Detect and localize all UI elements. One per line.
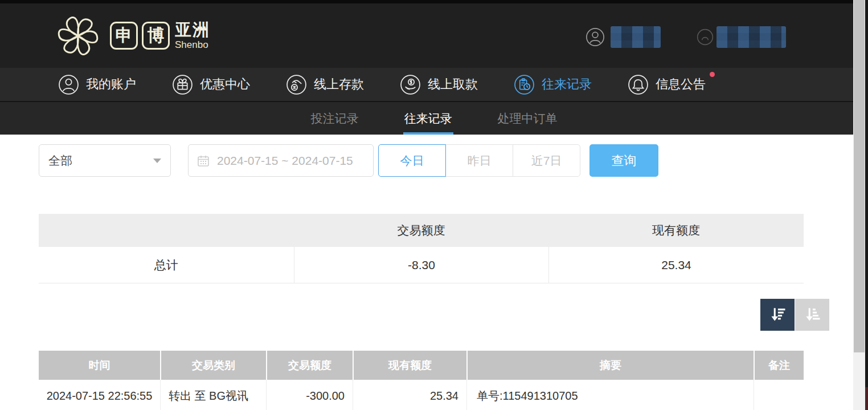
user-area	[586, 26, 786, 48]
nav-item-online-withdrawal[interactable]: 线上取款	[400, 74, 478, 95]
cell-current-balance: 25.34	[353, 380, 466, 410]
main-nav: 我的账户 优惠中心 线上存款	[0, 68, 868, 101]
nav-label: 我的账户	[86, 76, 136, 93]
nav-label: 信息公告	[656, 76, 706, 93]
summary-header-blank	[39, 214, 294, 247]
wallet-icon[interactable]	[696, 28, 714, 46]
tab-betting-records[interactable]: 投注记录	[308, 102, 362, 135]
nav-label: 线上取款	[428, 76, 478, 93]
table-row: 2024-07-15 22:56:55 转出 至 BG视讯 -300.00 25…	[39, 380, 804, 410]
header-time: 时间	[39, 351, 160, 380]
withdraw-coin-hand-icon	[400, 74, 421, 95]
range-button-last7days[interactable]: 近7日	[513, 144, 580, 177]
content: 全部 2024-07-15 ~ 2024-07-15 今日 昨日 近7日 查询	[0, 135, 868, 410]
redacted-username	[611, 26, 661, 48]
site-logo[interactable]: 申 博 亚洲 Shenbo	[54, 12, 210, 60]
header-transaction-amount: 交易额度	[266, 351, 353, 380]
summary-transaction-amount: -8.30	[294, 247, 549, 283]
chevron-down-icon	[153, 159, 161, 163]
sort-descending-button[interactable]	[760, 299, 795, 331]
nav-item-promotions[interactable]: 优惠中心	[172, 74, 250, 95]
scrollbar-thumb[interactable]	[854, 0, 865, 352]
nav-item-transaction-records[interactable]: 往来记录	[514, 74, 592, 95]
nav-label: 优惠中心	[200, 76, 250, 93]
summary-table-header: 交易额度 现有额度	[39, 214, 804, 247]
range-button-yesterday[interactable]: 昨日	[445, 144, 513, 177]
vertical-scrollbar[interactable]	[853, 0, 865, 410]
filter-row: 全部 2024-07-15 ~ 2024-07-15 今日 昨日 近7日 查询	[39, 144, 868, 177]
header-note: 备注	[754, 351, 804, 380]
flower-pinwheel-icon	[54, 12, 102, 60]
type-select-value: 全部	[48, 153, 72, 169]
notification-dot	[710, 72, 715, 77]
logo-region-text: 亚洲	[175, 22, 210, 38]
nav-label: 线上存款	[314, 76, 364, 93]
window-edge-strip	[865, 0, 868, 410]
header-transaction-type: 交易类别	[160, 351, 266, 380]
sub-nav: 投注记录 往来记录 处理中订单	[0, 101, 868, 135]
cell-transaction-amount: -300.00	[266, 380, 353, 410]
date-range-value: 2024-07-15 ~ 2024-07-15	[217, 154, 353, 168]
summary-total-label: 总计	[39, 247, 294, 283]
quick-range-group: 今日 昨日 近7日	[378, 144, 580, 177]
window-edge-accent	[865, 387, 868, 410]
nav-label: 往来记录	[542, 76, 592, 93]
logo-char-bo: 博	[142, 22, 170, 50]
type-select[interactable]: 全部	[39, 144, 171, 177]
sort-ascending-icon	[802, 305, 822, 325]
page: 申 博 亚洲 Shenbo	[0, 0, 868, 410]
sort-descending-icon	[767, 305, 788, 325]
date-range-input[interactable]: 2024-07-15 ~ 2024-07-15	[188, 144, 374, 177]
summary-total-row: 总计 -8.30 25.34	[39, 247, 804, 283]
gift-icon	[172, 74, 193, 95]
cell-summary: 单号:115491310705	[466, 380, 754, 410]
nav-item-my-account[interactable]: 我的账户	[58, 74, 136, 95]
deposit-hand-coin-icon	[286, 74, 307, 95]
user-icon	[58, 74, 79, 95]
range-button-today[interactable]: 今日	[378, 144, 446, 177]
records-clipboard-clock-icon	[514, 74, 535, 95]
cell-time: 2024-07-15 22:56:55	[39, 380, 160, 410]
nav-item-online-deposit[interactable]: 线上存款	[286, 74, 364, 95]
user-circle-icon[interactable]	[586, 27, 605, 47]
header-summary: 摘要	[466, 351, 754, 380]
tab-transaction-records[interactable]: 往来记录	[401, 102, 456, 135]
logo-latin-text: Shenbo	[175, 40, 210, 50]
records-table: 时间 交易类别 交易额度 现有额度 摘要 备注 2024-07-15 22:56…	[39, 351, 804, 410]
redacted-balance	[716, 26, 786, 48]
cell-note	[754, 380, 804, 410]
tab-processing-orders[interactable]: 处理中订单	[494, 102, 561, 135]
logo-character-boxes: 申 博	[110, 22, 170, 50]
bell-icon	[628, 74, 649, 95]
header-current-balance: 现有额度	[353, 351, 466, 380]
summary-current-balance: 25.34	[548, 247, 804, 283]
logo-char-shen: 申	[110, 22, 138, 50]
summary-table: 交易额度 现有额度 总计 -8.30 25.34	[39, 214, 804, 283]
sort-ascending-button[interactable]	[795, 299, 829, 331]
search-button[interactable]: 查询	[589, 144, 658, 177]
summary-header-current-balance: 现有额度	[548, 214, 804, 247]
calendar-icon	[196, 154, 210, 168]
site-header: 申 博 亚洲 Shenbo	[0, 3, 868, 68]
records-table-header: 时间 交易类别 交易额度 现有额度 摘要 备注	[39, 351, 804, 380]
cell-transaction-type: 转出 至 BG视讯	[160, 380, 266, 410]
nav-item-announcements[interactable]: 信息公告	[628, 74, 706, 95]
sort-controls	[0, 299, 829, 331]
summary-header-transaction-amount: 交易额度	[294, 214, 549, 247]
